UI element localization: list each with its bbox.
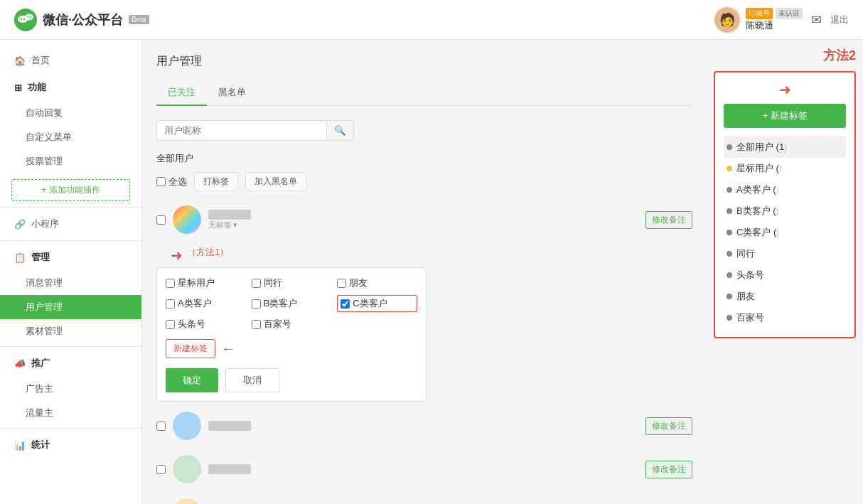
wechat-logo <box>14 9 37 31</box>
sidebar-item-auto-reply[interactable]: 自动回复 <box>0 101 141 125</box>
sidebar-item-home[interactable]: 🏠 首页 <box>0 47 141 74</box>
section-all-users: 全部用户 <box>156 152 692 165</box>
tag-item-3[interactable]: 朋友 <box>337 277 417 289</box>
user-checkbox-3[interactable] <box>156 465 166 474</box>
user-display-name-2 <box>208 421 251 431</box>
sidebar-item-traffic[interactable]: 流量主 <box>0 401 141 425</box>
modify-button-1[interactable]: 修改备注 <box>645 211 692 229</box>
user-name-col-1: 无标签 ▾ <box>208 210 420 230</box>
right-tag-item-6[interactable]: 头条号 <box>724 264 846 286</box>
sidebar-section-features: ⊞ 功能 <box>0 74 141 101</box>
tag-item-7[interactable]: 头条号 <box>166 318 246 331</box>
tag-checkbox-4[interactable] <box>166 299 175 309</box>
tag-dropdown-icon: ▾ <box>233 220 237 230</box>
select-all-label[interactable]: 全选 <box>156 176 187 188</box>
tag-item-8[interactable]: 百家号 <box>252 318 332 331</box>
right-tag-label-0: 全部用户 (1 <box>736 141 784 154</box>
mail-icon[interactable]: ✉ <box>811 12 822 28</box>
logout-button[interactable]: 退出 <box>830 14 849 26</box>
sidebar-mgmt-title: 管理 <box>31 251 50 264</box>
tag-item-6[interactable]: C类客户 <box>337 295 417 312</box>
tag-checkbox-6[interactable] <box>341 299 350 309</box>
new-tag-button[interactable]: 新建标签 <box>166 339 215 358</box>
tag-item-2[interactable]: 同行 <box>252 277 332 289</box>
method1-label: （方法1） <box>187 246 229 259</box>
sidebar-section-management: 📋 管理 <box>0 244 141 271</box>
user-checkbox-1[interactable] <box>156 215 166 225</box>
table-row-3: 修改备注 <box>156 448 692 491</box>
tag-label-7: 头条号 <box>178 318 205 331</box>
sidebar-item-advertiser[interactable]: 广告主 <box>0 377 141 401</box>
sidebar-features-title: 功能 <box>28 81 46 94</box>
tag-dot-5 <box>727 251 732 257</box>
new-tag-green-button[interactable]: + 新建标签 <box>724 104 846 128</box>
tab-blacklist[interactable]: 黑名单 <box>207 80 257 106</box>
sidebar-item-material-mgmt[interactable]: 素材管理 <box>0 319 141 343</box>
sidebar: 🏠 首页 ⊞ 功能 自动回复 自定义菜单 投票管理 + 添加功能插件 🔗 小程序… <box>0 40 142 504</box>
tag-item-5[interactable]: B类客户 <box>252 295 332 312</box>
tag-checkbox-5[interactable] <box>252 299 261 309</box>
user-info: 订阅号 未认证 陈晓通 <box>746 8 803 32</box>
tag-item-1[interactable]: 星标用户 <box>166 277 246 289</box>
table-row-4: 修改备注 <box>156 491 692 504</box>
sidebar-item-custom-menu[interactable]: 自定义菜单 <box>0 125 141 149</box>
right-tag-item-0[interactable]: 全部用户 (1 ) <box>724 136 846 158</box>
right-tag-item-2[interactable]: A类客户 ( ) <box>724 179 846 200</box>
tag-grid: 星标用户 同行 朋友 A类客户 B类客户 C类客户 头条号 百家号 <box>166 277 417 331</box>
svg-point-6 <box>30 16 31 18</box>
table-row-2: 修改备注 <box>156 404 692 448</box>
mini-program-icon: 🔗 <box>14 219 26 230</box>
sidebar-item-vote[interactable]: 投票管理 <box>0 149 141 173</box>
user-display-name-1 <box>208 210 251 220</box>
select-all-checkbox[interactable] <box>156 177 166 186</box>
badge-unverified: 未认证 <box>776 8 803 19</box>
blacklist-button[interactable]: 加入黑名单 <box>245 172 306 191</box>
user-display-name-3 <box>208 464 251 474</box>
right-tag-item-4[interactable]: C类客户 ( ) <box>724 222 846 243</box>
right-tag-item-8[interactable]: 百家号 <box>724 307 846 328</box>
sidebar-item-mini-program[interactable]: 🔗 小程序 <box>0 210 141 237</box>
tag-dot-3 <box>727 208 732 214</box>
tag-dot-0 <box>727 144 732 150</box>
method2-box: ➜ + 新建标签 全部用户 (1 ) 星标用户 ( ) A类客户 ( ) <box>714 71 856 338</box>
right-tag-item-7[interactable]: 朋友 <box>724 286 846 307</box>
tag-checkbox-2[interactable] <box>252 279 261 288</box>
cancel-button[interactable]: 取消 <box>225 368 279 392</box>
tag-button[interactable]: 打标签 <box>194 172 238 191</box>
right-tag-item-3[interactable]: B类客户 ( ) <box>724 200 846 222</box>
tag-label-1: 星标用户 <box>178 277 215 289</box>
management-icon: 📋 <box>14 252 26 263</box>
tab-followed[interactable]: 已关注 <box>156 80 207 106</box>
right-tag-label-1: 星标用户 ( <box>736 162 779 175</box>
main-container: 🏠 首页 ⊞ 功能 自动回复 自定义菜单 投票管理 + 添加功能插件 🔗 小程序… <box>0 40 863 504</box>
right-tag-item-5[interactable]: 同行 <box>724 243 846 264</box>
tag-checkbox-3[interactable] <box>337 279 346 288</box>
add-plugin-button[interactable]: + 添加功能插件 <box>11 179 130 201</box>
tag-checkbox-7[interactable] <box>166 320 175 329</box>
app-title: 微信·公众平台 <box>43 11 123 28</box>
modify-button-3[interactable]: 修改备注 <box>645 461 692 478</box>
divider-1 <box>0 207 141 208</box>
svg-point-3 <box>21 18 22 19</box>
tag-label-6: C类客户 <box>353 297 387 310</box>
sidebar-stats-title: 统计 <box>31 439 50 451</box>
modify-button-2[interactable]: 修改备注 <box>645 417 692 435</box>
user-tag-1: 无标签 ▾ <box>208 220 420 230</box>
search-input[interactable] <box>156 120 327 141</box>
user-name-col-3 <box>208 464 420 474</box>
tag-checkbox-1[interactable] <box>166 279 175 288</box>
sidebar-section-promotion: 📣 推广 <box>0 350 141 377</box>
right-tag-label-8: 百家号 <box>736 311 764 324</box>
right-tag-label-5: 同行 <box>736 247 755 260</box>
right-tag-item-1[interactable]: 星标用户 ( ) <box>724 158 846 179</box>
divider-4 <box>0 428 141 429</box>
confirm-button[interactable]: 确定 <box>166 368 218 392</box>
sidebar-item-msg-mgmt[interactable]: 消息管理 <box>0 271 141 295</box>
tag-item-4[interactable]: A类客户 <box>166 295 246 312</box>
user-checkbox-2[interactable] <box>156 422 166 431</box>
divider-2 <box>0 240 141 241</box>
search-button[interactable]: 🔍 <box>327 120 354 141</box>
sidebar-item-user-mgmt[interactable]: 用户管理 <box>0 295 141 319</box>
tag-checkbox-8[interactable] <box>252 320 261 329</box>
sidebar-label-home: 首页 <box>31 54 50 67</box>
